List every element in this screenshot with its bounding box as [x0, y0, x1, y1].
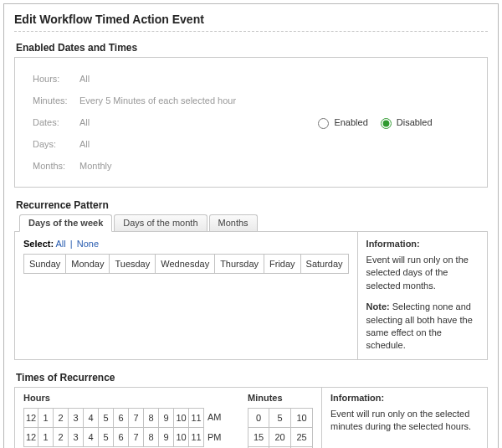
hour-cell-am-6[interactable]: 6	[114, 408, 129, 428]
recurrence-info-title: Information:	[366, 239, 479, 249]
hour-cell-am-5[interactable]: 5	[99, 408, 114, 428]
panel-enabled-summary: Hours: All Minutes: Every 5 Minutes of e…	[14, 57, 488, 188]
hour-cell-pm-5[interactable]: 5	[99, 428, 114, 447]
hour-cell-pm-9[interactable]: 9	[159, 428, 174, 447]
label-months: Months:	[28, 156, 73, 176]
day-cell-monday[interactable]: Monday	[66, 254, 110, 274]
link-select-none[interactable]: None	[77, 239, 99, 249]
hour-cell-pm-6[interactable]: 6	[114, 428, 129, 447]
radio-enabled[interactable]: Enabled	[314, 116, 367, 129]
value-days: All	[74, 134, 241, 154]
hour-cell-am-11[interactable]: 11	[189, 408, 204, 428]
minutes-title: Minutes	[248, 393, 313, 403]
day-cell-sunday[interactable]: Sunday	[23, 254, 66, 274]
recurrence-info-body: Event will run only on the selected days…	[366, 254, 479, 292]
hour-cell-am-9[interactable]: 9	[159, 408, 174, 428]
radio-disabled[interactable]: Disabled	[376, 116, 433, 129]
hour-cell-am-1[interactable]: 1	[38, 408, 54, 428]
tab-days-of-month[interactable]: Days of the month	[114, 214, 207, 232]
minute-cell-10[interactable]: 10	[291, 408, 313, 428]
minute-cell-5[interactable]: 5	[269, 408, 291, 428]
hour-cell-pm-11[interactable]: 11	[189, 428, 204, 447]
radio-disabled-input[interactable]	[381, 118, 392, 129]
select-pipe: |	[70, 239, 73, 249]
hour-cell-pm-12[interactable]: 12	[23, 428, 38, 447]
day-cell-thursday[interactable]: Thursday	[215, 254, 264, 274]
tab-months[interactable]: Months	[209, 214, 258, 232]
radio-enabled-label: Enabled	[334, 117, 367, 127]
am-label: AM	[204, 408, 224, 428]
radio-disabled-label: Disabled	[397, 117, 433, 127]
enable-radio-group: Enabled Disabled	[314, 116, 476, 129]
value-minutes: Every 5 Minutes of each selected hour	[74, 90, 241, 111]
label-days: Days:	[28, 134, 73, 154]
section-title-enabled: Enabled Dates and Times	[16, 42, 488, 54]
separator	[14, 31, 488, 32]
hour-cell-pm-3[interactable]: 3	[69, 428, 84, 447]
hour-cell-am-10[interactable]: 10	[174, 408, 189, 428]
label-dates: Dates:	[28, 112, 73, 132]
hour-cell-pm-10[interactable]: 10	[174, 428, 189, 447]
select-prefix: Select:	[23, 239, 54, 249]
hour-cell-am-8[interactable]: 8	[144, 408, 159, 428]
value-hours: All	[74, 69, 241, 89]
hour-cell-pm-1[interactable]: 1	[38, 428, 54, 447]
times-info-title: Information:	[330, 393, 479, 403]
hour-cell-am-3[interactable]: 3	[69, 408, 84, 428]
day-cell-saturday[interactable]: Saturday	[301, 254, 349, 274]
day-cell-tuesday[interactable]: Tuesday	[110, 254, 156, 274]
dialog-workflow-timed-action: Edit Workflow Timed Action Event Enabled…	[3, 3, 499, 448]
hour-cell-pm-4[interactable]: 4	[84, 428, 99, 447]
hour-cell-am-2[interactable]: 2	[54, 408, 69, 428]
hour-cell-pm-8[interactable]: 8	[144, 428, 159, 447]
dialog-title: Edit Workflow Timed Action Event	[14, 13, 488, 26]
section-title-recurrence: Recurrence Pattern	[16, 199, 488, 211]
tab-days-of-week[interactable]: Days of the week	[19, 214, 112, 232]
panel-times: Hours 121234567891011AM121234567891011PM…	[14, 387, 488, 448]
hour-cell-pm-2[interactable]: 2	[54, 428, 69, 447]
hour-cell-am-4[interactable]: 4	[84, 408, 99, 428]
hour-cell-am-12[interactable]: 12	[23, 408, 38, 428]
value-dates: All	[74, 112, 241, 132]
minute-cell-15[interactable]: 15	[248, 428, 269, 447]
minute-cell-25[interactable]: 25	[291, 428, 313, 447]
label-hours: Hours:	[28, 69, 73, 89]
minutes-column: Minutes 0510152025303540455055	[248, 393, 313, 448]
tabs-recurrence: Days of the week Days of the month Month…	[14, 214, 488, 360]
minutes-grid: 0510152025303540455055	[248, 408, 313, 448]
day-cell-wednesday[interactable]: Wednesday	[156, 254, 215, 274]
label-minutes: Minutes:	[28, 90, 73, 111]
hour-cell-am-7[interactable]: 7	[129, 408, 144, 428]
select-line: Select: All | None	[23, 239, 349, 249]
day-cell-friday[interactable]: Friday	[264, 254, 301, 274]
hour-cell-pm-7[interactable]: 7	[129, 428, 144, 447]
times-info-panel: Information: Event will run only on the …	[321, 388, 487, 448]
hours-column: Hours 121234567891011AM121234567891011PM	[23, 393, 224, 448]
tab-panel-days-of-week: Select: All | None Sunday Monday Tuesday…	[14, 231, 488, 360]
minute-cell-0[interactable]: 0	[248, 408, 269, 428]
section-title-times: Times of Recurrence	[16, 372, 488, 384]
day-of-week-grid: Sunday Monday Tuesday Wednesday Thursday…	[23, 254, 349, 274]
hours-grid: 121234567891011AM121234567891011PM	[23, 408, 224, 447]
value-months: Monthly	[74, 156, 241, 176]
link-select-all[interactable]: All	[56, 239, 66, 249]
radio-enabled-input[interactable]	[318, 118, 329, 129]
enabled-summary-table: Hours: All Minutes: Every 5 Minutes of e…	[26, 67, 243, 178]
hours-title: Hours	[23, 393, 224, 403]
minute-cell-20[interactable]: 20	[269, 428, 291, 447]
pm-label: PM	[204, 428, 224, 447]
recurrence-info-panel: Information: Event will run only on the …	[357, 232, 487, 359]
recurrence-note-label: Note:	[366, 301, 390, 312]
times-info-body: Event will run only on the selected minu…	[330, 408, 479, 434]
